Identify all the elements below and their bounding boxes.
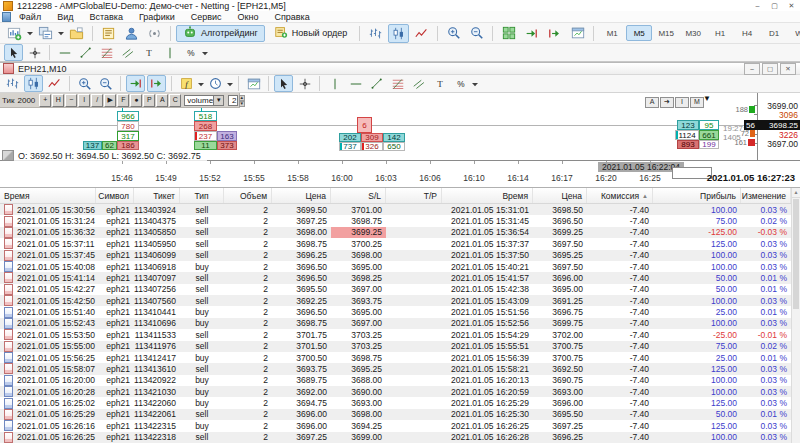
table-row[interactable]: 2021.01.05 15:41:14eph21113407097sell236… — [0, 272, 791, 283]
table-row[interactable]: 2021.01.05 16:26:25eph21113422318sell236… — [0, 432, 791, 443]
table-row[interactable]: 2021.01.05 15:37:11eph21113405950sell236… — [0, 238, 791, 249]
column-header-11[interactable]: Прибыль — [653, 188, 741, 203]
column-header-6[interactable]: S/L — [331, 188, 386, 203]
bar-chart-icon[interactable] — [365, 24, 386, 43]
crosshair-tool-icon[interactable] — [25, 44, 44, 61]
depth-stepper[interactable]: ▲▼ — [239, 95, 245, 106]
tick-mode-button-4[interactable]: / — [91, 94, 103, 107]
new-chart-icon[interactable] — [4, 24, 25, 43]
table-row[interactable]: 2021.01.05 16:25:02eph21113422060buy2369… — [0, 397, 791, 408]
new-order-button[interactable]: Новый ордер — [267, 25, 354, 42]
cluster-mode-select[interactable]: volume ▼ — [184, 95, 224, 106]
table-row[interactable]: 2021.01.05 15:30:56eph21113403924sell236… — [0, 204, 791, 215]
depth-input[interactable]: 2 — [228, 95, 237, 106]
chart-shapes-caret-icon[interactable] — [472, 79, 478, 89]
zoom-in-icon[interactable] — [443, 24, 464, 43]
scrollbar-thumb[interactable] — [793, 199, 799, 309]
menu-файл[interactable]: Файл — [11, 12, 49, 22]
column-header-7[interactable]: T/P — [386, 188, 442, 203]
timeframe-m15[interactable]: M15 — [653, 25, 679, 41]
text-tool-icon[interactable]: T — [139, 44, 158, 61]
close-button[interactable]: ✕ — [783, 0, 800, 11]
column-header-3[interactable]: Тип — [180, 188, 224, 203]
maximize-button[interactable]: ▢ — [766, 0, 783, 11]
tile-windows-icon[interactable] — [498, 24, 519, 43]
tick-mode-button-10[interactable]: C — [169, 94, 181, 107]
table-row[interactable]: 2021.01.05 15:31:24eph21113404375sell236… — [0, 215, 791, 226]
minimize-button[interactable]: – — [749, 0, 766, 11]
table-row[interactable]: 2021.01.05 16:20:28eph21113421030buy2369… — [0, 386, 791, 397]
table-row[interactable]: 2021.01.05 15:56:25eph21113412417buy2370… — [0, 352, 791, 363]
menu-справка[interactable]: Справка — [266, 12, 317, 22]
trend-line-icon[interactable] — [76, 44, 95, 61]
profiles-icon[interactable] — [35, 24, 56, 43]
chart-candles-icon[interactable] — [24, 75, 43, 92]
chart-mode-button-➜[interactable]: ➜ — [660, 97, 674, 108]
new-chart-caret-icon[interactable] — [27, 28, 33, 38]
table-scrollbar[interactable]: ▲ — [791, 188, 800, 443]
table-row[interactable]: 2021.01.05 15:51:40eph21113410441buy2369… — [0, 306, 791, 317]
market-watch-icon[interactable] — [98, 24, 119, 43]
table-row[interactable]: 2021.01.05 15:53:50eph21113411533sell237… — [0, 329, 791, 340]
zoom-out-icon[interactable] — [466, 24, 487, 43]
timeframe-h1[interactable]: H1 — [707, 25, 733, 41]
tick-mode-button-7[interactable]: ● — [130, 94, 142, 107]
chart-trendline-icon[interactable] — [367, 75, 386, 92]
chart-bars-icon[interactable] — [3, 75, 22, 92]
chart-channel-icon[interactable] — [409, 75, 428, 92]
shapes-caret-icon[interactable] — [202, 48, 208, 58]
chart-autoscroll-icon[interactable] — [126, 75, 145, 92]
menu-вид[interactable]: Вид — [49, 12, 81, 22]
vertical-line-icon[interactable] — [160, 44, 179, 61]
select-caret-icon[interactable]: ▼ — [213, 96, 223, 105]
horizontal-line-icon[interactable] — [55, 44, 74, 61]
column-header-9[interactable]: Цена — [533, 188, 587, 203]
shapes-icon[interactable]: % — [181, 44, 200, 61]
chart-maximize-button[interactable]: ▢ — [762, 63, 778, 75]
column-header-10[interactable]: Комиссия▲ — [587, 188, 653, 203]
signals-icon[interactable] — [144, 24, 165, 43]
table-row[interactable]: 2021.01.05 15:37:45eph21113406099sell236… — [0, 250, 791, 261]
table-row[interactable]: 2021.01.05 15:55:00eph21113411976sell237… — [0, 341, 791, 352]
table-row[interactable]: 2021.01.05 15:52:43eph21113410696buy2369… — [0, 318, 791, 329]
cursor-tool-icon[interactable] — [4, 44, 23, 61]
periods-caret-icon[interactable] — [227, 79, 233, 89]
indicators-icon[interactable]: f — [177, 75, 196, 92]
tick-mode-button-9[interactable]: A — [156, 94, 168, 107]
chart-text-icon[interactable]: T — [430, 75, 449, 92]
timeframe-h4[interactable]: H4 — [734, 25, 760, 41]
scroll-up-icon[interactable]: ▲ — [792, 188, 800, 198]
table-row[interactable]: 2021.01.05 16:20:00eph21113420922buy2368… — [0, 375, 791, 386]
chart-hline-icon[interactable] — [346, 75, 365, 92]
timeframe-m5[interactable]: M5 — [626, 25, 652, 41]
templates-icon[interactable] — [244, 75, 263, 92]
table-row[interactable]: 2021.01.05 16:25:29eph21113422061sell236… — [0, 409, 791, 420]
timeframe-w1[interactable]: W1 — [788, 25, 800, 41]
chart-minimize-button[interactable]: – — [744, 63, 760, 75]
table-row[interactable]: 2021.01.05 16:26:16eph21113422315buy2369… — [0, 420, 791, 431]
line-chart-icon[interactable] — [411, 24, 432, 43]
tick-mode-button-6[interactable]: F — [117, 94, 129, 107]
column-header-2[interactable]: Тикет — [134, 188, 180, 203]
chart-crosshair-icon[interactable] — [295, 75, 314, 92]
periods-icon[interactable] — [206, 75, 225, 92]
fibonacci-icon[interactable] — [97, 44, 116, 61]
chart-shift-icon[interactable] — [544, 24, 565, 43]
strategy-tester-icon[interactable] — [567, 24, 588, 43]
chart-mode-button-I[interactable]: I — [675, 97, 689, 108]
column-header-8[interactable]: Время — [442, 188, 533, 203]
chart-shapes-icon[interactable]: % — [451, 75, 470, 92]
chart-cursor-icon[interactable] — [274, 75, 293, 92]
table-row[interactable]: 2021.01.05 15:42:50eph21113407560sell236… — [0, 295, 791, 306]
menu-сервис[interactable]: Сервис — [183, 12, 230, 22]
column-header-1[interactable]: Символ — [96, 188, 134, 203]
timeframe-m1[interactable]: M1 — [599, 25, 625, 41]
chart-fibonacci-icon[interactable] — [388, 75, 407, 92]
folder-icon[interactable] — [66, 24, 87, 43]
profiles-caret-icon[interactable] — [58, 28, 64, 38]
algo-trading-button[interactable]: Алготрейдинг — [176, 25, 265, 42]
table-row[interactable]: 2021.01.05 15:36:32eph21113405850sell236… — [0, 227, 791, 238]
tick-mode-button-3[interactable]: I — [78, 94, 90, 107]
chart-shift-icon[interactable] — [147, 75, 166, 92]
tick-mode-button-0[interactable]: + — [39, 94, 51, 107]
